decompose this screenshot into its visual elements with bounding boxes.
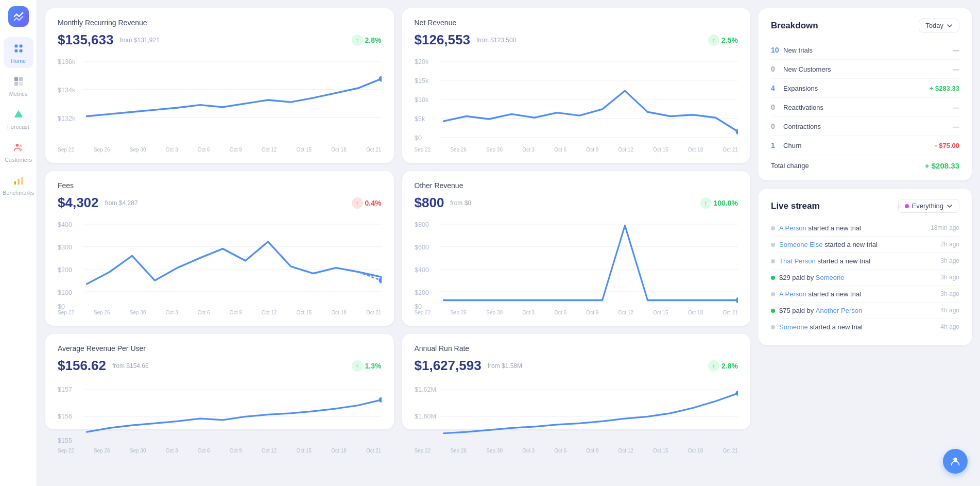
stream-item: That Person started a new trial 3h ago [771, 253, 959, 270]
net-revenue-chart: $20k $15k $10k $5k $0 [415, 54, 738, 146]
live-stream-header: Live stream Everything [771, 199, 959, 213]
customers-icon [11, 140, 26, 155]
svg-rect-6 [14, 82, 18, 86]
breakdown-period-dropdown[interactable]: Today [919, 19, 959, 32]
sidebar-item-label: Customers [5, 157, 32, 163]
arr-value: $1,627,593 [415, 358, 482, 374]
svg-rect-4 [14, 77, 18, 81]
breakdown-label: New Customers [783, 65, 953, 73]
svg-text:$155: $155 [58, 437, 72, 444]
sidebar-item-label: Forecast [7, 124, 29, 130]
svg-rect-5 [19, 77, 23, 81]
svg-rect-3 [19, 49, 22, 53]
live-stream-filter-dropdown[interactable]: Everything [898, 199, 959, 213]
mrr-chart: $136k $134k $132k [58, 54, 382, 146]
breakdown-label: Expansions [783, 85, 930, 92]
net-revenue-up-icon: ↑ [708, 35, 719, 46]
svg-text:$15k: $15k [415, 77, 429, 85]
stream-dot-icon [771, 309, 775, 313]
arr-x-labels: Sep 22Sep 26Sep 30Oct 3 Oct 6Oct 9Oct 12… [415, 448, 738, 454]
chevron-down-icon [947, 23, 953, 29]
breakdown-label: Reactivations [783, 104, 953, 111]
svg-point-57 [379, 397, 381, 403]
stream-item: Someone Else started a new trial 2h ago [771, 237, 959, 253]
stream-item: A Person started a new trial 3h ago [771, 286, 959, 303]
stream-link[interactable]: Another Person [816, 307, 862, 314]
svg-rect-11 [18, 179, 19, 185]
svg-text:$1.60M: $1.60M [415, 412, 436, 420]
svg-rect-0 [14, 45, 18, 48]
stream-time: 18min ago [931, 224, 959, 231]
arpu-badge: ↑ 1.3% [352, 360, 382, 372]
sidebar-item-customers[interactable]: Customers [4, 136, 33, 167]
other-revenue-badge: ↑ 100.0% [700, 197, 738, 209]
other-revenue-chart: $800 $600 $400 $200 $0 [415, 217, 738, 309]
breakdown-row-churn: 1 Churn - $75.00 [771, 136, 959, 155]
sidebar-item-metrics[interactable]: Metrics [4, 70, 33, 101]
chevron-down-icon [947, 203, 953, 209]
fees-from: from $4,287 [105, 199, 138, 207]
svg-text:$400: $400 [58, 221, 72, 229]
fees-value: $4,302 [58, 195, 99, 211]
mrr-title: Monthly Recurring Revenue [58, 19, 382, 27]
stream-time: 3h ago [940, 274, 959, 281]
sidebar-item-benchmarks[interactable]: Benchmarks [4, 169, 33, 200]
arr-chart: $1.62M $1.60M [415, 380, 738, 447]
stream-link[interactable]: A Person [779, 224, 806, 232]
breakdown-label: Churn [783, 142, 935, 149]
forecast-icon [11, 107, 26, 122]
svg-point-8 [15, 144, 19, 147]
breakdown-count: 1 [771, 141, 783, 149]
sidebar-item-forecast[interactable]: Forecast [4, 103, 33, 134]
stream-item: $29 paid by Someone 3h ago [771, 270, 959, 286]
svg-point-9 [20, 145, 22, 147]
stream-dot-icon [771, 226, 775, 230]
avatar-button[interactable] [943, 449, 968, 474]
mrr-badge: ↑ 2.8% [352, 35, 382, 46]
live-stream-panel: Live stream Everything A Person started … [759, 189, 972, 345]
stream-text: $29 paid by [779, 274, 816, 281]
svg-text:$300: $300 [58, 243, 72, 251]
net-revenue-x-labels: Sep 22Sep 26Sep 30Oct 3 Oct 6Oct 9Oct 12… [415, 147, 738, 153]
breakdown-total-value: + $208.33 [925, 161, 959, 170]
stream-link[interactable]: Someone [816, 274, 845, 281]
fees-card: Fees $4,302 from $4,287 ↑ 0.4% $400 $300… [45, 171, 394, 326]
stream-dot-icon [771, 259, 775, 263]
breakdown-value: — [953, 46, 959, 54]
stream-time: 4h ago [940, 307, 959, 314]
stream-text: started a new trial [808, 290, 861, 298]
stream-dot-icon [771, 292, 775, 296]
svg-text:$136k: $136k [58, 58, 76, 66]
stream-text: started a new trial [824, 241, 878, 248]
net-revenue-from: from $123,500 [476, 37, 516, 44]
stream-item: $75 paid by Another Person 4h ago [771, 303, 959, 319]
stream-link[interactable]: A Person [779, 290, 806, 298]
sidebar-item-home[interactable]: Home [4, 37, 33, 68]
svg-point-40 [379, 278, 381, 283]
right-panel: Breakdown Today 10 New trials — 0 New Cu… [759, 0, 980, 486]
breakdown-title: Breakdown [771, 21, 818, 31]
breakdown-count: 4 [771, 84, 783, 92]
arr-from: from $1.58M [488, 362, 522, 370]
arr-up-icon: ↑ [708, 360, 719, 372]
stream-time: 4h ago [940, 323, 959, 330]
sidebar-item-label: Benchmarks [3, 190, 34, 196]
stream-link[interactable]: Someone Else [779, 241, 823, 248]
stream-link[interactable]: Someone [779, 323, 808, 331]
breakdown-value: — [953, 104, 959, 111]
svg-point-19 [379, 76, 381, 81]
svg-text:$132k: $132k [58, 114, 76, 122]
stream-link[interactable]: That Person [779, 257, 816, 265]
stream-dot-icon [771, 325, 775, 329]
breakdown-count: 10 [771, 46, 783, 54]
home-icon [11, 41, 26, 56]
stream-text: started a new trial [810, 323, 863, 331]
metrics-icon [11, 74, 26, 89]
breakdown-value: — [953, 123, 959, 130]
metrics-grid: Monthly Recurring Revenue $135,633 from … [37, 0, 759, 486]
svg-text:$10k: $10k [415, 96, 429, 104]
stream-dot-icon [771, 243, 775, 247]
breakdown-panel: Breakdown Today 10 New trials — 0 New Cu… [759, 8, 972, 180]
svg-text:$200: $200 [415, 288, 429, 296]
mrr-card: Monthly Recurring Revenue $135,633 from … [45, 8, 394, 163]
